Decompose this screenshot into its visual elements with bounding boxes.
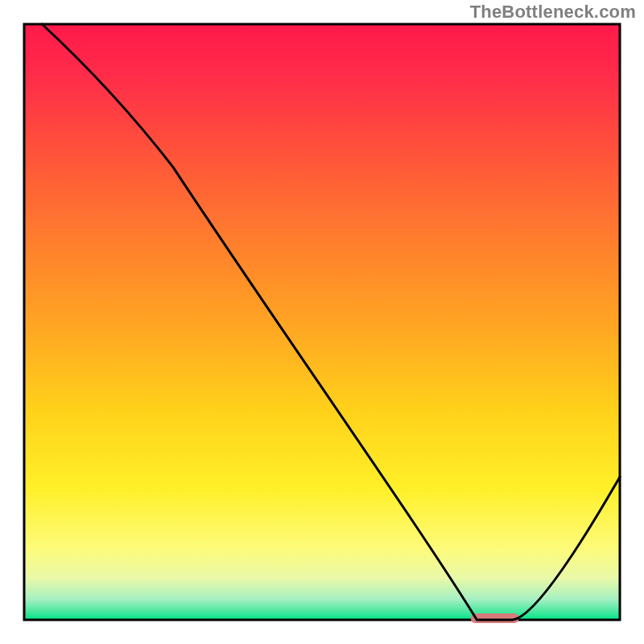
chart-container: TheBottleneck.com: [0, 0, 644, 644]
chart-svg: [0, 0, 644, 644]
marker-bar: [471, 613, 518, 623]
watermark-text: TheBottleneck.com: [470, 2, 636, 23]
plot-background: [24, 24, 620, 620]
